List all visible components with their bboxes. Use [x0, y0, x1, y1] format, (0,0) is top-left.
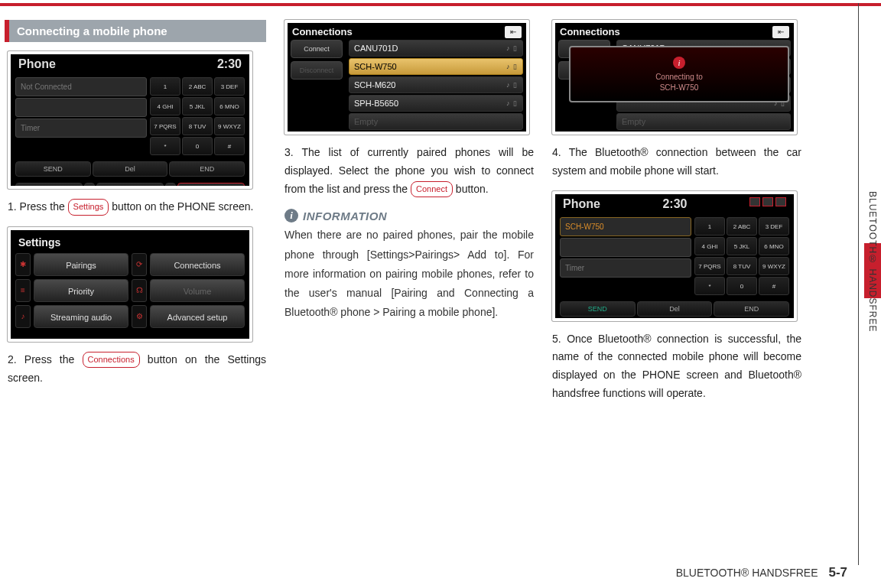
key: 5 JKL	[727, 237, 757, 255]
popup-line2: SCH-W750	[660, 83, 699, 92]
step-1-text-b: button on the PHONE screen.	[109, 200, 253, 213]
phone-timer-label: Timer	[560, 258, 691, 278]
conn-item-label: CANU701D	[354, 44, 398, 53]
audio-phone-icon: ♪ ▯	[506, 99, 518, 107]
column-3: Connections ⇤ Conne Discon CANU701D♪ ▯ ♪…	[543, 20, 811, 557]
volume-icon: ☊	[132, 279, 147, 302]
phone-field-blank	[15, 98, 147, 117]
phone-settings: Settings	[177, 183, 245, 189]
phone-send: SEND	[560, 301, 636, 317]
key: 2 ABC	[727, 217, 757, 236]
back-icon: ⇤	[772, 26, 789, 38]
key: 2 ABC	[182, 77, 213, 96]
phone-title: Phone	[18, 57, 56, 71]
section-title: Connecting a mobile phone	[5, 20, 266, 42]
phone-connected-name: SCH-W750	[560, 217, 691, 236]
phone-title: Phone	[563, 197, 600, 211]
connections-icon: ⟳	[132, 253, 147, 276]
key: 6 MNO	[759, 237, 789, 255]
key: #	[759, 277, 789, 295]
settings-advanced: Advanced setup	[150, 305, 245, 328]
audio-phone-icon: ♪ ▯	[506, 44, 518, 52]
connecting-popup: i Connecting to SCH-W750	[569, 46, 789, 102]
conn-item-label: SPH-B5650	[354, 99, 398, 108]
key: 8 TUV	[182, 117, 213, 135]
step-5: 5. Once Bluetooth® connection is success…	[552, 330, 801, 403]
phone-time: 2:30	[662, 197, 687, 211]
screenshot-connecting-popup: Connections ⇤ Conne Discon CANU701D♪ ▯ ♪…	[552, 20, 797, 135]
info-icon: i	[284, 209, 298, 223]
phone-end: END	[714, 301, 789, 317]
conn-item-label: SCH-W750	[354, 62, 397, 71]
settings-connections: Connections	[150, 253, 245, 276]
key: 0	[182, 137, 213, 155]
popup-line1: Connecting to	[655, 73, 703, 81]
inline-connect-button: Connect	[411, 181, 453, 198]
phone-keypad: 1 2 ABC 3 DEF 4 GHI 5 JKL 6 MNO 7 PQRS 8…	[694, 217, 789, 295]
popup-info-icon: i	[673, 57, 685, 69]
key: 4 GHI	[694, 237, 725, 255]
phone-time: 2:30	[217, 57, 242, 71]
settings-priority: Priority	[34, 279, 128, 302]
advanced-icon: ⚙	[132, 305, 147, 328]
audio-phone-icon: ♪ ▯	[506, 63, 518, 70]
conn-item-label: SCH-M620	[354, 80, 395, 89]
key: 8 TUV	[727, 257, 757, 275]
information-label: INFORMATION	[303, 210, 387, 223]
inline-settings-button: Settings	[68, 199, 109, 216]
page-content: Connecting a mobile phone Phone 2:30 Not…	[0, 6, 881, 557]
settings-title: Settings	[15, 235, 245, 253]
settings-pairings: Pairings	[34, 253, 128, 276]
conn-item: SPH-B5650♪ ▯	[349, 95, 523, 112]
phone-timer-label: Timer	[15, 119, 147, 138]
step-1: 1. Press the Settings button on the PHON…	[8, 198, 266, 216]
phone-send: SEND	[15, 161, 91, 177]
conn-item: SCH-M620♪ ▯	[349, 76, 523, 93]
audio-phone-icon: ♪ ▯	[506, 81, 518, 89]
settings-streaming: Streaming audio	[34, 305, 128, 328]
phone-field-blank	[560, 238, 691, 257]
screenshot-phone: Phone 2:30 Not Connected Timer 1 2 ABC 3…	[8, 51, 252, 189]
phone-end: END	[169, 161, 245, 177]
step-3-text-a: 3. The list of currently paired phones w…	[284, 146, 534, 195]
phone-del: Del	[93, 161, 168, 177]
page-footer: BLUETOOTH® HANDSFREE 5-7	[0, 565, 858, 580]
gear-icon	[165, 183, 176, 189]
key: #	[214, 137, 245, 155]
phone-contacts: Contacts	[15, 183, 83, 189]
conn-item-empty: Empty	[616, 113, 791, 130]
column-1: Connecting a mobile phone Phone 2:30 Not…	[8, 20, 275, 557]
step-4: 4. The Bluetooth® connection between the…	[552, 144, 801, 180]
column-2: Connections ⇤ Connect Disconnect CANU701…	[275, 20, 543, 557]
disconnect-button: Disconnect	[291, 61, 343, 80]
information-body: When there are no paired phones, pair th…	[284, 226, 534, 322]
key: 4 GHI	[150, 97, 180, 115]
bluetooth-icon: ✱	[15, 253, 31, 276]
step-2: 2. Press the Connections button on the S…	[8, 351, 266, 388]
key: 7 PQRS	[150, 117, 180, 135]
screenshot-settings: Settings ✱ Pairings ⟳ Connections ≡ Prio…	[8, 227, 252, 342]
streaming-icon: ♪	[15, 305, 31, 328]
key: 1	[150, 77, 180, 96]
screenshot-phone-connected: Phone 2:30 SCH-W750 Timer 1 2 ABC 3 DEF …	[552, 191, 797, 321]
key: 6 MNO	[214, 97, 245, 115]
phone-del: Del	[637, 301, 713, 317]
back-icon: ⇤	[505, 26, 522, 38]
page-number: 5-7	[828, 565, 847, 580]
key: 9 WXYZ	[214, 117, 245, 135]
phone-keypad: 1 2 ABC 3 DEF 4 GHI 5 JKL 6 MNO 7 PQRS 8…	[150, 77, 245, 155]
key: 1	[694, 217, 725, 236]
priority-icon: ≡	[15, 279, 31, 302]
step-3: 3. The list of currently paired phones w…	[284, 144, 534, 198]
conn-item: CANU701D♪ ▯	[349, 40, 523, 57]
contact-icon: ☎	[84, 183, 95, 189]
information-heading: i INFORMATION	[284, 209, 534, 223]
phone-private: Private	[96, 183, 164, 189]
key: 9 WXYZ	[759, 257, 789, 275]
connect-button: Connect	[291, 40, 343, 58]
key: 3 DEF	[759, 217, 789, 236]
conn-item-selected: SCH-W750♪ ▯	[349, 58, 523, 75]
key: 0	[727, 277, 757, 295]
settings-volume: Volume	[150, 279, 245, 302]
step-2-text-a: 2. Press the	[8, 353, 83, 365]
